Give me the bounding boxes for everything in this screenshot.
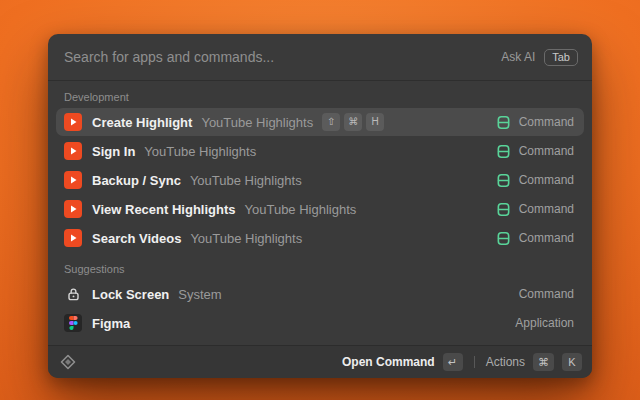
- item-title: View Recent Highlights: [92, 202, 236, 217]
- raycast-logo-icon: [60, 354, 76, 370]
- item-subtitle: YouTube Highlights: [190, 231, 302, 246]
- search-input[interactable]: [64, 49, 501, 65]
- item-subtitle: YouTube Highlights: [201, 115, 313, 130]
- ask-ai-label[interactable]: Ask AI: [501, 50, 535, 64]
- list-item-backup-sync[interactable]: Backup / Sync YouTube Highlights Command: [56, 166, 584, 194]
- item-subtitle: YouTube Highlights: [144, 144, 256, 159]
- open-command-button[interactable]: Open Command: [342, 355, 435, 369]
- youtube-icon: [64, 113, 82, 131]
- command-type-icon: [496, 173, 511, 188]
- item-title: Figma: [92, 316, 130, 331]
- item-title: Search Videos: [92, 231, 181, 246]
- item-type: Command: [519, 115, 574, 129]
- youtube-icon: [64, 142, 82, 160]
- item-subtitle: YouTube Highlights: [190, 173, 302, 188]
- section-title-suggestions: Suggestions: [64, 263, 576, 275]
- footer-divider: [474, 356, 475, 368]
- command-type-icon: [496, 144, 511, 159]
- list-item-figma[interactable]: Figma Application: [56, 309, 584, 337]
- item-title: Backup / Sync: [92, 173, 181, 188]
- h-key-badge: H: [366, 113, 384, 131]
- search-bar: Ask AI Tab: [48, 34, 592, 80]
- list-item-sign-in[interactable]: Sign In YouTube Highlights Command: [56, 137, 584, 165]
- youtube-icon: [64, 171, 82, 189]
- youtube-icon: [64, 200, 82, 218]
- lock-icon: [66, 287, 81, 302]
- item-type: Command: [519, 144, 574, 158]
- item-title: Lock Screen: [92, 287, 169, 302]
- results-list: Development Create Highlight YouTube Hig…: [48, 80, 592, 345]
- list-item-create-highlight[interactable]: Create Highlight YouTube Highlights ⇧ ⌘ …: [56, 108, 584, 136]
- list-item-lock-screen[interactable]: Lock Screen System Command: [56, 280, 584, 308]
- item-title: Create Highlight: [92, 115, 192, 130]
- youtube-icon: [64, 229, 82, 247]
- footer-bar: Open Command ↵ Actions ⌘ K: [48, 345, 592, 378]
- actions-button[interactable]: Actions: [486, 355, 525, 369]
- item-type: Command: [519, 231, 574, 245]
- shift-key-badge: ⇧: [322, 113, 340, 131]
- item-subtitle: System: [178, 287, 221, 302]
- item-title: Sign In: [92, 144, 135, 159]
- item-subtitle: YouTube Highlights: [245, 202, 357, 217]
- item-type: Command: [519, 287, 574, 301]
- shortcut-keys: ⇧ ⌘ H: [322, 113, 384, 131]
- enter-key-badge: ↵: [443, 353, 463, 371]
- command-type-icon: [496, 115, 511, 130]
- command-type-icon: [496, 231, 511, 246]
- k-key-badge: K: [562, 353, 582, 371]
- list-item-search-videos[interactable]: Search Videos YouTube Highlights Command: [56, 224, 584, 252]
- item-type: Command: [519, 202, 574, 216]
- cmd-key-badge: ⌘: [344, 113, 362, 131]
- section-title-development: Development: [64, 91, 576, 103]
- item-type: Application: [515, 316, 574, 330]
- cmd-key-badge: ⌘: [533, 353, 554, 371]
- item-type: Command: [519, 173, 574, 187]
- tab-key-badge: Tab: [544, 49, 578, 66]
- command-type-icon: [496, 202, 511, 217]
- list-item-view-recent-highlights[interactable]: View Recent Highlights YouTube Highlight…: [56, 195, 584, 223]
- launcher-window: Ask AI Tab Development Create Highlight …: [48, 34, 592, 378]
- figma-icon: [64, 314, 82, 332]
